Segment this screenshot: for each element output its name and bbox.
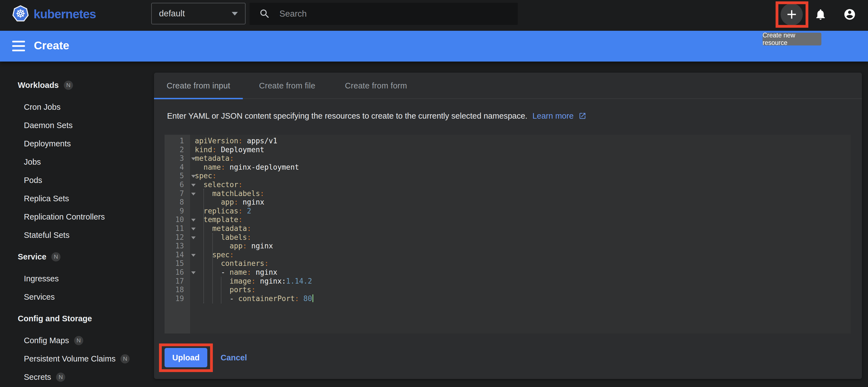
sidebar-item-label: Stateful Sets xyxy=(24,231,69,240)
sidebar-item-label: Services xyxy=(24,292,55,302)
search-input[interactable] xyxy=(279,9,502,19)
namespace-selector[interactable]: default xyxy=(151,3,246,24)
menu-button[interactable] xyxy=(12,41,25,51)
editor-gutter: 12345678910111213141516171819 xyxy=(164,135,190,333)
sidebar-item-pods[interactable]: Pods xyxy=(0,171,154,189)
code-line-19: - containerPort: 80 xyxy=(195,294,851,303)
sidebar-item-daemon-sets[interactable]: Daemon Sets xyxy=(0,116,154,135)
sidebar-item-services[interactable]: Services xyxy=(0,288,154,306)
sidebar-item-label: Pods xyxy=(24,176,42,185)
sidebar-item-deployments[interactable]: Deployments xyxy=(0,135,154,153)
instruction-text: Enter YAML or JSON content specifying th… xyxy=(167,111,586,122)
gutter-line-11: 11 xyxy=(164,224,190,233)
tab-create-from-input[interactable]: Create from input xyxy=(154,73,243,99)
sidebar-item-label: Deployments xyxy=(24,139,71,148)
gutter-line-3: 3 xyxy=(164,154,190,163)
gutter-line-10: 10 xyxy=(164,215,190,224)
code-line-8: app: nginx xyxy=(195,198,851,207)
sidebar-item-label: Persistent Volume Claims xyxy=(24,354,116,363)
sidebar-item-label: Jobs xyxy=(24,157,41,167)
tooltip-create-new-resource: Create new resource xyxy=(763,33,822,45)
learn-more-link[interactable]: Learn more xyxy=(532,111,574,120)
sidebar-section-label: Service xyxy=(18,252,46,261)
gutter-line-18: 18 xyxy=(164,285,190,294)
sidebar-item-label: Daemon Sets xyxy=(24,121,73,130)
create-card: Create from inputCreate from fileCreate … xyxy=(154,73,862,379)
sidebar: WorkloadsNCron JobsDaemon SetsDeployment… xyxy=(0,62,154,387)
tab-create-from-form[interactable]: Create from form xyxy=(332,73,421,99)
code-line-9: replicas: 2 xyxy=(195,207,851,216)
text-cursor xyxy=(312,294,313,302)
plus-icon xyxy=(784,7,799,22)
code-line-4: name: nginx-deployment xyxy=(195,163,851,172)
code-line-14: spec: xyxy=(195,251,851,259)
sidebar-item-secrets[interactable]: SecretsN xyxy=(0,368,154,386)
gutter-line-4: 4 xyxy=(164,163,190,172)
tab-divider xyxy=(154,98,862,99)
gutter-line-17: 17 xyxy=(164,277,190,286)
indent-guide xyxy=(221,277,221,303)
external-link-icon[interactable] xyxy=(579,112,586,122)
sidebar-item-cron-jobs[interactable]: Cron Jobs xyxy=(0,98,154,116)
sidebar-item-stateful-sets[interactable]: Stateful Sets xyxy=(0,226,154,244)
account-circle-icon xyxy=(843,8,856,21)
gutter-line-14: 14 xyxy=(164,251,190,259)
sidebar-section-workloads[interactable]: WorkloadsN xyxy=(0,76,154,94)
upload-button[interactable]: Upload xyxy=(164,348,207,367)
indent-guide xyxy=(212,233,213,303)
sidebar-item-label: Replica Sets xyxy=(24,194,69,203)
indent-guide xyxy=(204,189,204,303)
gutter-line-13: 13 xyxy=(164,242,190,251)
sidebar-item-label: Cron Jobs xyxy=(24,103,61,112)
sidebar-item-config-maps[interactable]: Config MapsN xyxy=(0,331,154,350)
gutter-line-2: 2 xyxy=(164,145,190,154)
code-line-11: metadata: xyxy=(195,224,851,233)
yaml-editor[interactable]: 12345678910111213141516171819 apiVersion… xyxy=(164,135,851,333)
sidebar-item-label: Replication Controllers xyxy=(24,212,105,221)
sidebar-section-config-and-storage[interactable]: Config and Storage xyxy=(0,309,154,328)
gutter-line-1: 1 xyxy=(164,137,190,145)
code-line-16: - name: nginx xyxy=(195,268,851,277)
bell-icon xyxy=(814,8,827,21)
code-line-7: matchLabels: xyxy=(195,189,851,198)
code-line-17: image: nginx:1.14.2 xyxy=(195,277,851,286)
sidebar-item-replica-sets[interactable]: Replica Sets xyxy=(0,189,154,208)
namespaced-badge: N xyxy=(74,336,83,345)
notifications-button[interactable] xyxy=(814,8,827,21)
sidebar-section-label: Workloads xyxy=(18,81,59,90)
sidebar-item-label: Secrets xyxy=(24,373,51,382)
gutter-line-19: 19 xyxy=(164,294,190,303)
top-bar: ☸ kubernetes default xyxy=(0,0,868,31)
code-line-12: labels: xyxy=(195,233,851,242)
namespaced-badge: N xyxy=(64,81,73,90)
namespaced-badge: N xyxy=(51,252,61,261)
sidebar-section-service[interactable]: ServiceN xyxy=(0,248,154,266)
kubernetes-helm-wheel-icon: ☸ xyxy=(13,6,28,21)
menu-bar xyxy=(12,49,25,51)
sidebar-item-ingresses[interactable]: Ingresses xyxy=(0,270,154,288)
code-line-5: spec: xyxy=(195,172,851,180)
account-button[interactable] xyxy=(843,8,856,21)
gutter-line-16: 16 xyxy=(164,268,190,277)
create-new-resource-button[interactable] xyxy=(781,3,803,26)
gutter-line-9: 9 xyxy=(164,207,190,216)
sidebar-item-persistent-volume-claims[interactable]: Persistent Volume ClaimsN xyxy=(0,350,154,368)
sidebar-item-replication-controllers[interactable]: Replication Controllers xyxy=(0,208,154,226)
sidebar-item-jobs[interactable]: Jobs xyxy=(0,153,154,171)
instruction-body: Enter YAML or JSON content specifying th… xyxy=(167,111,528,120)
code-line-2: kind: Deployment xyxy=(195,145,851,154)
kubernetes-logo-icon[interactable]: ☸ xyxy=(12,5,29,22)
code-line-18: ports: xyxy=(195,285,851,294)
tab-create-from-file[interactable]: Create from file xyxy=(243,73,332,99)
editor-code-area[interactable]: apiVersion: apps/v1kind: Deploymentmetad… xyxy=(190,135,851,333)
sidebar-item-label: Config Maps xyxy=(24,336,69,345)
code-line-3: metadata: xyxy=(195,154,851,163)
search-bar[interactable] xyxy=(249,3,518,25)
cancel-button[interactable]: Cancel xyxy=(221,348,247,367)
menu-bar xyxy=(12,41,25,42)
tab-bar: Create from inputCreate from fileCreate … xyxy=(154,73,421,99)
kubernetes-logo-text[interactable]: kubernetes xyxy=(34,7,96,21)
active-tab-indicator xyxy=(154,98,243,99)
code-line-10: template: xyxy=(195,215,851,224)
menu-bar xyxy=(12,45,25,47)
